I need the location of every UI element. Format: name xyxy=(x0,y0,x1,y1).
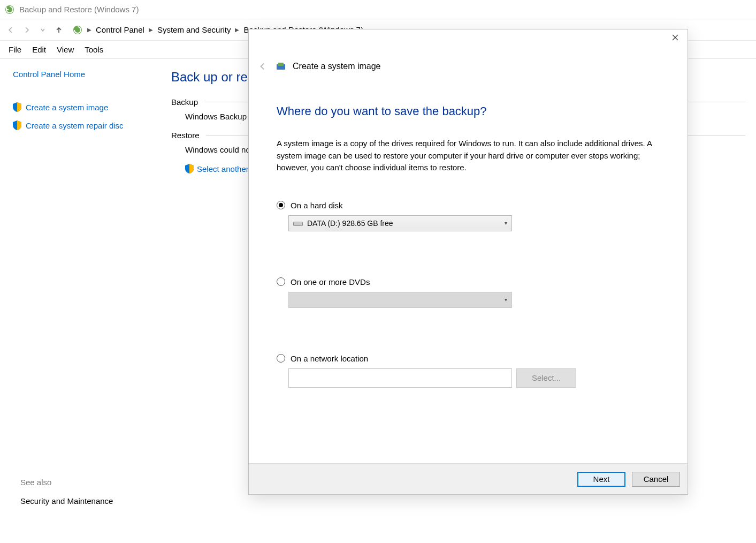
network-location-input xyxy=(288,368,512,388)
radio-dvds[interactable] xyxy=(277,277,285,286)
cancel-button[interactable]: Cancel xyxy=(632,472,680,487)
hard-disk-dropdown[interactable]: DATA (D:) 928.65 GB free ▾ xyxy=(288,215,512,231)
chevron-down-icon: ▾ xyxy=(505,297,507,303)
nav-back-button[interactable] xyxy=(4,24,17,36)
dialog-titlebar xyxy=(249,29,688,58)
dialog-description: A system image is a copy of the drives r… xyxy=(277,138,660,174)
section-label: Backup xyxy=(171,97,198,107)
dialog-back-button[interactable] xyxy=(256,60,269,73)
option-network: On a network location Select... xyxy=(277,354,660,388)
backup-restore-icon xyxy=(4,4,15,15)
breadcrumb-item[interactable]: Control Panel xyxy=(96,25,144,34)
chevron-down-icon: ▾ xyxy=(505,220,507,226)
sidebar-home-link[interactable]: Control Panel Home xyxy=(13,70,148,79)
create-system-image-dialog: Create a system image Where do you want … xyxy=(248,29,688,495)
see-also-link[interactable]: Security and Maintenance xyxy=(20,496,113,506)
menu-edit[interactable]: Edit xyxy=(27,43,51,56)
shield-icon xyxy=(13,120,21,130)
radio-hard-disk[interactable] xyxy=(277,201,285,209)
chevron-right-icon: ▶ xyxy=(87,27,91,33)
see-also: See also Security and Maintenance xyxy=(20,478,113,506)
radio-label[interactable]: On a network location xyxy=(291,354,368,363)
svg-rect-5 xyxy=(294,222,302,225)
window-title: Backup and Restore (Windows 7) xyxy=(19,5,139,14)
svg-rect-3 xyxy=(278,63,284,66)
dialog-header: Create a system image xyxy=(256,58,381,74)
sidebar-link-label: Create a system image xyxy=(26,103,108,112)
button-label: Next xyxy=(593,474,610,484)
menu-view[interactable]: View xyxy=(51,43,79,56)
dvd-dropdown: ▾ xyxy=(288,292,512,308)
menu-file[interactable]: File xyxy=(3,43,27,56)
next-button[interactable]: Next xyxy=(577,472,625,487)
dialog-title: Create a system image xyxy=(293,62,381,71)
dialog-content: Where do you want to save the backup? A … xyxy=(249,58,688,463)
button-label: Select... xyxy=(532,373,561,382)
system-image-icon xyxy=(276,61,286,72)
radio-label[interactable]: On a hard disk xyxy=(291,201,343,210)
option-dvds: On one or more DVDs ▾ xyxy=(277,277,660,308)
shield-icon xyxy=(185,164,194,174)
nav-forward-button[interactable] xyxy=(20,24,33,36)
radio-label[interactable]: On one or more DVDs xyxy=(291,277,370,286)
dialog-heading: Where do you want to save the backup? xyxy=(277,104,660,118)
disk-icon xyxy=(293,220,303,227)
section-label: Restore xyxy=(171,131,200,140)
option-hard-disk: On a hard disk DATA (D:) 928.65 GB free … xyxy=(277,201,660,231)
select-location-button: Select... xyxy=(516,368,576,388)
nav-recent-dropdown[interactable] xyxy=(36,24,49,36)
chevron-right-icon: ▶ xyxy=(149,27,153,33)
chevron-right-icon: ▶ xyxy=(235,27,239,33)
sidebar-link-repair-disc[interactable]: Create a system repair disc xyxy=(13,120,148,130)
sidebar-link-create-image[interactable]: Create a system image xyxy=(13,102,148,112)
sidebar: Control Panel Home Create a system image… xyxy=(0,59,161,543)
dropdown-value: DATA (D:) 928.65 GB free xyxy=(307,219,393,228)
backup-restore-icon xyxy=(72,25,83,35)
menu-tools[interactable]: Tools xyxy=(79,43,109,56)
button-label: Cancel xyxy=(644,474,669,484)
sidebar-link-label: Create a system repair disc xyxy=(26,121,124,130)
window-titlebar: Backup and Restore (Windows 7) xyxy=(0,0,756,19)
shield-icon xyxy=(13,102,21,112)
dialog-footer: Next Cancel xyxy=(249,463,688,494)
nav-up-button[interactable] xyxy=(52,24,65,36)
breadcrumb-item[interactable]: System and Security xyxy=(157,25,231,34)
radio-network[interactable] xyxy=(277,354,285,363)
dialog-close-button[interactable] xyxy=(663,29,688,46)
see-also-header: See also xyxy=(20,478,113,487)
